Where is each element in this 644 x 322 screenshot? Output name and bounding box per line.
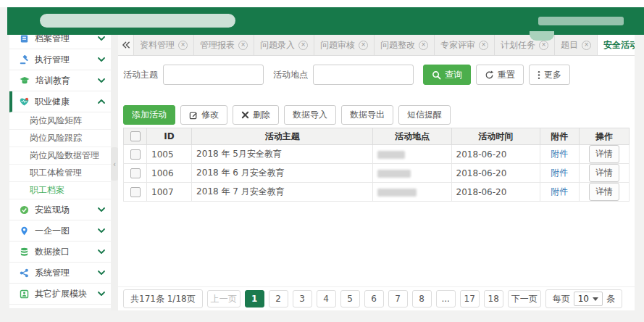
row-select-cell [124,164,147,183]
chevron-down-icon [98,207,105,212]
tab-issue-review[interactable]: 问题审核× [314,35,375,55]
page-button-5[interactable]: 5 [340,290,360,307]
close-tab-icon[interactable]: × [479,41,488,50]
tab-topics[interactable]: 题目× [555,35,598,55]
sidebar-subitem-label: 职工体检管理 [30,167,82,179]
page-button-18[interactable]: 18 [484,290,503,307]
tab-issue-entry[interactable]: 问题录入× [254,35,314,55]
collapse-sidebar-icon[interactable]: ‹ [111,147,118,181]
add-activity-button[interactable]: 添加活动 [123,105,175,125]
reset-button[interactable]: 重置 [476,65,524,85]
sidebar-item-data-interface[interactable]: 数据接口 [9,242,111,263]
select-all-checkbox[interactable] [130,131,141,141]
sidebar-subitem-risk-matrix[interactable]: 岗位风险矩阵 [9,112,111,130]
per-page-prefix: 每页 [553,293,570,305]
redacted-location [377,170,411,178]
sidebar-subitem-risk-tracking[interactable]: 岗位风险跟踪 [9,130,111,147]
row-checkbox[interactable] [130,187,141,197]
page-button-17[interactable]: 17 [460,290,480,307]
sidebar-item-training[interactable]: 培训教育 [9,70,111,91]
page-button-4[interactable]: 4 [317,290,336,307]
id-cell: 1006 [147,164,192,183]
detail-button[interactable]: 详情 [589,183,619,201]
per-page-value: 10 [578,294,589,304]
location-cell [373,145,451,164]
close-tab-icon[interactable]: × [419,41,428,50]
tab-bar: 资料管理×管理报表×问题录入×问题审核×问题整改×专家评审×计划任务×题目×安全… [118,35,635,56]
sidebar-item-extensions[interactable]: 其它扩展模块 [9,284,111,305]
tab-expert-review[interactable]: 专家评审× [435,35,495,55]
tab-safety-activities[interactable]: 安全活动× [598,35,635,55]
sidebar-subitem-employee-files[interactable]: 职工档案 [9,182,111,199]
close-tab-icon[interactable]: × [178,41,188,50]
tab-label: 题目 [561,39,578,51]
query-button[interactable]: 查询 [423,65,471,85]
id-cell: 1007 [147,183,192,202]
attachment-link[interactable]: 附件 [551,168,568,178]
sidebar-item-occupational-health[interactable]: 职业健康 [9,91,111,112]
edit-button[interactable]: 修改 [180,105,227,125]
attachment-link[interactable]: 附件 [551,149,568,159]
sidebar-item-enforcement[interactable]: 执行管理 [9,49,111,70]
row-checkbox[interactable] [130,149,141,160]
close-tab-icon[interactable]: × [359,41,368,50]
page-button-2[interactable]: 2 [269,290,288,307]
tab-reports[interactable]: 管理报表× [194,35,254,55]
table-row: 10062018 年 6 月安全教育2018-06-20附件详情 [124,164,630,183]
tab-materials[interactable]: 资料管理× [134,35,194,55]
sidebar-subitem-label: 岗位风险跟踪 [30,132,82,144]
page-button-3[interactable]: 3 [293,290,312,307]
sms-remind-button[interactable]: 短信提醒 [398,105,451,125]
page-button-8[interactable]: 8 [412,290,432,307]
data-import-button[interactable]: 数据导入 [284,105,336,125]
time-cell: 2018-06-20 [451,145,540,164]
close-tab-icon[interactable]: × [582,41,591,50]
detail-button[interactable]: 详情 [589,164,619,182]
sidebar-item-archives[interactable]: 档案管理 [9,35,111,49]
sidebar-splitter[interactable]: ‹ [111,35,118,310]
archive-icon [20,35,29,44]
row-checkbox[interactable] [130,168,141,178]
activity-topic-input[interactable] [163,65,264,85]
close-tab-icon[interactable]: × [238,41,248,50]
chevron-down-icon [98,228,105,233]
attachment-link[interactable]: 附件 [551,186,568,197]
per-page-select[interactable]: 10 [574,292,603,306]
delete-button[interactable]: 删除 [233,105,279,125]
close-tab-icon[interactable]: × [298,41,308,50]
next-page-button[interactable]: 下一页 [508,290,541,307]
sidebar-item-label: 其它扩展模块 [35,288,92,300]
main-panel: 资料管理×管理报表×问题录入×问题审核×问题整改×专家评审×计划任务×题目×安全… [118,35,635,310]
page-button-1[interactable]: 1 [245,290,264,307]
map-pin-icon [20,226,29,236]
top-margin-strip [0,0,644,7]
data-export-button[interactable]: 数据导出 [341,105,393,125]
column-header-4: 附件 [540,128,579,145]
scroll-tabs-left-button[interactable] [118,35,134,55]
tab-label: 问题审核 [320,39,355,51]
id-cell: 1005 [147,145,192,164]
sidebar-subitem-employee-physical-exam[interactable]: 职工体检管理 [9,165,111,182]
sidebar-item-site-supervision[interactable]: 安监现场 [9,199,111,220]
activities-table: ID活动主题活动地点活动时间附件操作10052018 年 5月安全教育2018-… [123,128,630,202]
attachment-cell: 附件 [540,183,579,202]
sidebar-item-enterprise-map[interactable]: 一企一图 [9,220,111,242]
page-button-7[interactable]: 7 [388,290,408,307]
detail-button[interactable]: 详情 [589,145,619,163]
tab-issue-rectify[interactable]: 问题整改× [375,35,435,55]
sidebar: 档案管理执行管理培训教育职业健康岗位风险矩阵岗位风险跟踪岗位风险数据管理职工体检… [9,35,111,308]
search-icon [432,70,441,80]
sidebar-subitem-risk-data-management[interactable]: 岗位风险数据管理 [9,147,111,165]
more-dots-icon [538,70,540,80]
close-tab-icon[interactable]: × [539,41,548,50]
more-button[interactable]: 更多 [529,65,570,85]
sidebar-item-system-management[interactable]: 系统管理 [9,263,111,284]
edit-button-label: 修改 [201,109,219,121]
chevron-down-icon [98,271,105,275]
prev-page-button[interactable]: 上一页 [207,290,241,307]
activity-location-input[interactable] [313,65,414,85]
time-cell: 2018-06-20 [451,164,540,183]
page-button-6[interactable]: 6 [364,290,384,307]
delete-button-label: 删除 [253,109,270,121]
query-button-label: 查询 [445,69,462,81]
